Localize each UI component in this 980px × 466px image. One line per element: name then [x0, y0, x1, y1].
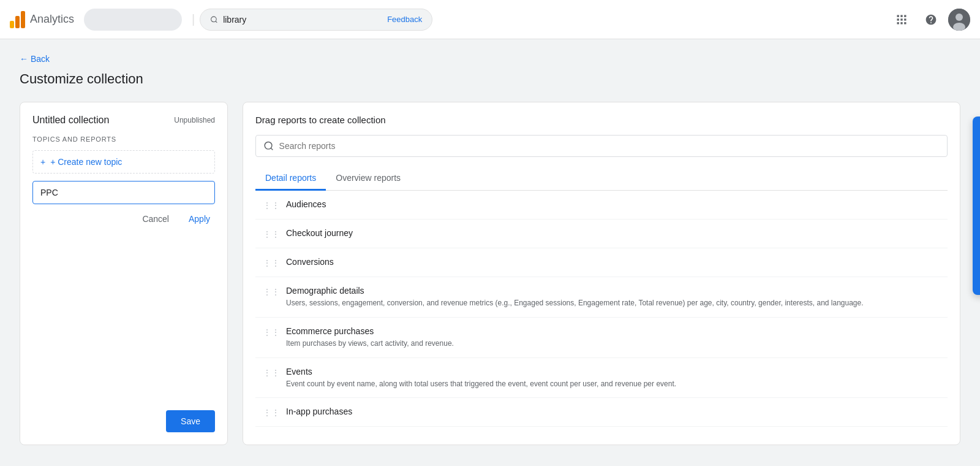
report-text: Demographic details Users, sessions, eng… — [286, 286, 940, 308]
report-desc: Item purchases by views, cart activity, … — [286, 338, 940, 349]
search-icon — [263, 140, 274, 151]
topic-input-container — [32, 181, 215, 204]
avatar-image — [948, 9, 970, 31]
svg-rect-8 — [897, 22, 899, 24]
report-desc: Users, sessions, engagement, conversion,… — [286, 298, 940, 308]
svg-line-15 — [271, 148, 273, 150]
header-icons — [889, 7, 970, 32]
drag-handle-icon: ⋮⋮ — [263, 201, 280, 210]
header-search-bar[interactable]: Feedback — [200, 9, 432, 31]
right-panel: Drag reports to create collection Detail… — [243, 102, 960, 445]
topic-name-input[interactable] — [40, 188, 207, 197]
tab-overview-reports[interactable]: Overview reports — [326, 167, 410, 191]
header-search-icon — [210, 14, 218, 25]
svg-line-1 — [216, 21, 217, 22]
search-reports-input[interactable] — [279, 141, 940, 151]
svg-rect-6 — [900, 18, 902, 20]
back-link[interactable]: ← Back — [20, 54, 960, 64]
report-item[interactable]: ⋮⋮ Audiences — [255, 191, 948, 220]
logo-bar-1 — [10, 21, 14, 28]
drag-handle-icon: ⋮⋮ — [263, 368, 280, 378]
tab-detail-reports[interactable]: Detail reports — [255, 167, 326, 191]
grid-icon — [895, 13, 908, 26]
reports-list: ⋮⋮ Audiences ⋮⋮ Checkout journey ⋮⋮ Conv… — [255, 191, 948, 427]
logo-bar-2 — [15, 16, 20, 28]
drag-handle-icon: ⋮⋮ — [263, 408, 280, 418]
svg-point-0 — [211, 17, 217, 22]
help-icon-button[interactable] — [919, 7, 943, 32]
topic-actions: Cancel Apply — [32, 209, 215, 229]
app-title: Analytics — [30, 13, 74, 26]
report-text: Ecommerce purchases Item purchases by vi… — [286, 326, 940, 349]
svg-rect-2 — [897, 15, 899, 17]
create-topic-button[interactable]: + + Create new topic — [32, 150, 215, 174]
account-pill[interactable] — [84, 9, 182, 31]
report-name: Events — [286, 367, 940, 376]
logo-bar-3 — [21, 11, 25, 28]
avatar[interactable] — [948, 9, 970, 31]
apply-button[interactable]: Apply — [184, 212, 215, 226]
analytics-logo-icon — [10, 11, 25, 28]
collection-header: Untitled collection Unpublished — [32, 115, 215, 126]
drag-handle-icon: ⋮⋮ — [263, 287, 280, 297]
app-header: Analytics | Feedback — [0, 0, 980, 39]
drag-handle-icon: ⋮⋮ — [263, 229, 280, 239]
report-item[interactable]: ⋮⋮ Demographic details Users, sessions, … — [255, 277, 948, 318]
report-name: Checkout journey — [286, 228, 940, 238]
create-topic-label: + Create new topic — [50, 157, 122, 167]
back-label: Back — [31, 54, 50, 64]
main-content: ← Back Customize collection Untitled col… — [0, 39, 980, 460]
report-name: In-app purchases — [286, 407, 940, 416]
svg-point-12 — [956, 13, 963, 21]
header-divider: | — [192, 12, 195, 26]
report-item[interactable]: ⋮⋮ In-app purchases — [255, 398, 948, 427]
report-text: Checkout journey — [286, 228, 940, 238]
report-text: Conversions — [286, 257, 940, 267]
report-desc: Event count by event name, along with to… — [286, 379, 940, 389]
topics-label: Topics and Reports — [32, 136, 215, 143]
svg-rect-9 — [900, 22, 902, 24]
report-text: In-app purchases — [286, 407, 940, 416]
report-item[interactable]: ⋮⋮ Conversions — [255, 248, 948, 277]
right-wrapper: Drag reports to create collection Detail… — [243, 102, 960, 445]
page-title: Customize collection — [20, 71, 960, 87]
left-panel: Untitled collection Unpublished Topics a… — [20, 102, 228, 445]
svg-rect-4 — [904, 15, 906, 17]
drag-handle-icon: ⋮⋮ — [263, 258, 280, 268]
plus-icon: + — [40, 157, 45, 167]
drag-handle-icon: ⋮⋮ — [263, 327, 280, 337]
svg-point-14 — [265, 142, 272, 149]
drag-instructions: Drag reports to create collection — [255, 115, 948, 125]
report-item[interactable]: ⋮⋮ Checkout journey — [255, 220, 948, 248]
report-name: Audiences — [286, 199, 940, 209]
report-text: Events Event count by event name, along … — [286, 367, 940, 389]
svg-rect-10 — [904, 22, 906, 24]
save-button[interactable]: Save — [166, 410, 215, 432]
collection-status: Unpublished — [174, 116, 215, 124]
report-name: Demographic details — [286, 286, 940, 296]
content-layout: Untitled collection Unpublished Topics a… — [20, 102, 960, 445]
svg-rect-7 — [904, 18, 906, 20]
report-name: Ecommerce purchases — [286, 326, 940, 336]
report-item[interactable]: ⋮⋮ Ecommerce purchases Item purchases by… — [255, 318, 948, 358]
tabs: Detail reports Overview reports — [255, 167, 948, 191]
report-text: Audiences — [286, 199, 940, 209]
panel-spacer — [32, 229, 215, 400]
svg-rect-5 — [897, 18, 899, 20]
feedback-link[interactable]: Feedback — [387, 15, 422, 24]
back-arrow-icon: ← — [20, 54, 28, 64]
tooltip-overlay: × You can drag reports from the right pa… — [973, 116, 980, 295]
report-name: Conversions — [286, 257, 940, 267]
collection-name: Untitled collection — [32, 115, 109, 126]
svg-rect-3 — [900, 15, 902, 17]
logo: Analytics — [10, 11, 74, 28]
search-bar[interactable] — [255, 135, 948, 157]
grid-icon-button[interactable] — [889, 7, 914, 32]
help-icon — [925, 13, 937, 26]
report-item[interactable]: ⋮⋮ Events Event count by event name, alo… — [255, 358, 948, 399]
cancel-button[interactable]: Cancel — [137, 212, 174, 226]
header-search-input[interactable] — [223, 15, 375, 25]
